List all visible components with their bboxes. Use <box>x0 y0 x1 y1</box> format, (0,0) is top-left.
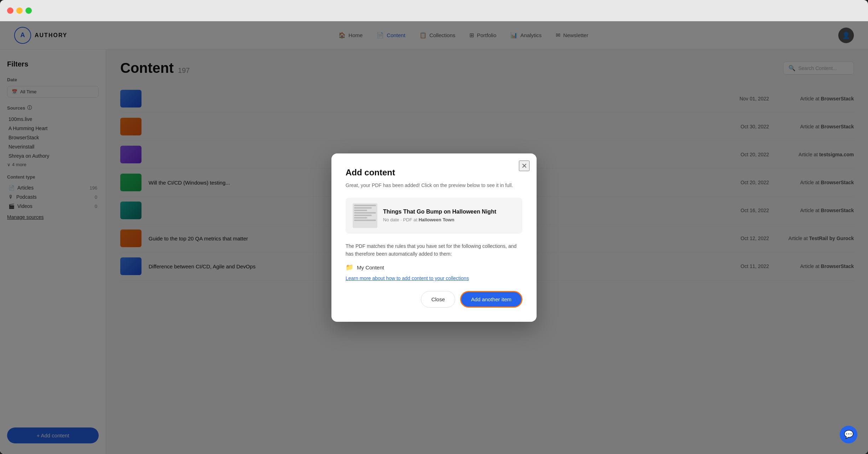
pdf-title: Things That Go Bump on Halloween Night <box>383 209 515 215</box>
modal-title: Add content <box>346 168 522 177</box>
modal-actions: Close Add another item <box>346 291 522 308</box>
app-wrapper: A AUTHORY 🏠 Home 📄 Content 📋 Collections… <box>0 21 868 454</box>
chat-icon: 💬 <box>844 430 853 439</box>
modal-close-button[interactable]: ✕ <box>519 161 530 171</box>
pdf-line <box>354 212 376 214</box>
add-another-button[interactable]: Add another item <box>460 291 522 308</box>
pdf-line <box>354 220 376 221</box>
pdf-meta: No date · PDF at Halloween Town <box>383 217 515 222</box>
pdf-info: Things That Go Bump on Halloween Night N… <box>383 209 515 222</box>
traffic-light-green[interactable] <box>25 7 32 14</box>
traffic-light-red[interactable] <box>7 7 13 14</box>
collection-icon: 📁 <box>346 263 353 271</box>
traffic-light-yellow[interactable] <box>16 7 23 14</box>
pdf-line <box>354 215 372 216</box>
browser-chrome <box>0 0 868 21</box>
add-content-modal: ✕ Add content Great, your PDF has been a… <box>331 153 537 322</box>
collection-item: 📁 My Content <box>346 263 522 271</box>
pdf-preview-card[interactable]: Things That Go Bump on Halloween Night N… <box>346 198 522 234</box>
collection-name: My Content <box>357 264 384 270</box>
collections-description: The PDF matches the rules that you have … <box>346 242 522 258</box>
modal-subtitle: Great, your PDF has been added! Click on… <box>346 182 522 189</box>
pdf-line <box>354 205 376 206</box>
pdf-source: Halloween Town <box>418 217 454 222</box>
close-button[interactable]: Close <box>421 291 455 308</box>
pdf-line <box>354 207 372 209</box>
pdf-thumbnail <box>353 203 377 228</box>
pdf-line <box>354 217 367 219</box>
learn-more-link[interactable]: Learn more about how to add content to y… <box>346 275 522 281</box>
modal-overlay: ✕ Add content Great, your PDF has been a… <box>0 21 868 454</box>
chat-button[interactable]: 💬 <box>840 426 857 443</box>
pdf-line <box>354 210 367 211</box>
traffic-lights <box>7 7 32 14</box>
